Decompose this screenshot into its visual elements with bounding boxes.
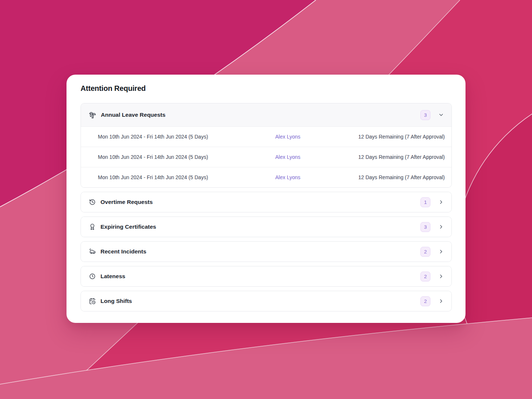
clock-icon [89, 273, 96, 280]
employee-link[interactable]: Alex Lyons [256, 174, 319, 180]
section-header-expiring-certificates[interactable]: Expiring Certificates 3 [81, 217, 451, 237]
chevron-right-icon[interactable] [438, 199, 444, 205]
chevron-right-icon[interactable] [438, 273, 444, 279]
days-remaining: 12 Days Remaining (7 After Approval) [319, 134, 445, 140]
count-badge: 1 [420, 197, 430, 207]
car-crash-icon [89, 248, 96, 255]
palm-tree-icon [89, 112, 96, 119]
leave-dates: Mon 10th Jun 2024 - Fri 14th Jun 2024 (5… [98, 174, 256, 180]
count-badge: 2 [420, 296, 430, 306]
section-header-long-shifts[interactable]: Long Shifts 2 [81, 291, 451, 311]
section-header-lateness[interactable]: Lateness 2 [81, 266, 451, 286]
leave-dates: Mon 10th Jun 2024 - Fri 14th Jun 2024 (5… [98, 134, 256, 140]
leave-request-row: Mon 10th Jun 2024 - Fri 14th Jun 2024 (5… [81, 147, 451, 167]
section-label: Recent Incidents [100, 248, 146, 255]
section-long-shifts: Long Shifts 2 [81, 291, 452, 311]
days-remaining: 12 Days Remaining (7 After Approval) [319, 174, 445, 180]
count-badge: 3 [420, 222, 430, 232]
count-badge: 3 [420, 110, 430, 120]
leave-request-list: Mon 10th Jun 2024 - Fri 14th Jun 2024 (5… [81, 126, 451, 187]
calendar-clock-icon [89, 298, 96, 304]
section-expiring-certificates: Expiring Certificates 3 [81, 216, 452, 237]
section-header-recent-incidents[interactable]: Recent Incidents 2 [81, 242, 451, 262]
employee-link[interactable]: Alex Lyons [256, 134, 319, 140]
section-label: Lateness [100, 273, 125, 280]
chevron-right-icon[interactable] [438, 224, 444, 230]
leave-dates: Mon 10th Jun 2024 - Fri 14th Jun 2024 (5… [98, 154, 256, 160]
count-badge: 2 [420, 272, 430, 282]
section-header-overtime-requests[interactable]: Overtime Requests 1 [81, 192, 451, 212]
award-icon [89, 224, 96, 230]
section-label: Overtime Requests [100, 199, 153, 205]
count-badge: 2 [420, 247, 430, 257]
section-overtime-requests: Overtime Requests 1 [81, 192, 452, 212]
leave-request-row: Mon 10th Jun 2024 - Fri 14th Jun 2024 (5… [81, 126, 451, 147]
section-lateness: Lateness 2 [81, 266, 452, 287]
section-label: Long Shifts [100, 298, 132, 304]
section-label: Annual Leave Requests [101, 112, 166, 118]
leave-request-row: Mon 10th Jun 2024 - Fri 14th Jun 2024 (5… [81, 167, 451, 187]
chevron-right-icon[interactable] [438, 298, 444, 304]
history-icon [89, 199, 96, 205]
chevron-down-icon[interactable] [438, 112, 444, 118]
days-remaining: 12 Days Remaining (7 After Approval) [319, 154, 445, 160]
employee-link[interactable]: Alex Lyons [256, 154, 319, 160]
attention-required-card: Attention Required Annual Leave Requests… [66, 75, 466, 323]
section-label: Expiring Certificates [100, 224, 156, 230]
page-title: Attention Required [81, 84, 452, 93]
section-recent-incidents: Recent Incidents 2 [81, 241, 452, 262]
section-annual-leave-requests: Annual Leave Requests 3 Mon 10th Jun 202… [81, 103, 452, 188]
section-header-annual-leave-requests[interactable]: Annual Leave Requests 3 [81, 103, 451, 126]
chevron-right-icon[interactable] [438, 249, 444, 255]
